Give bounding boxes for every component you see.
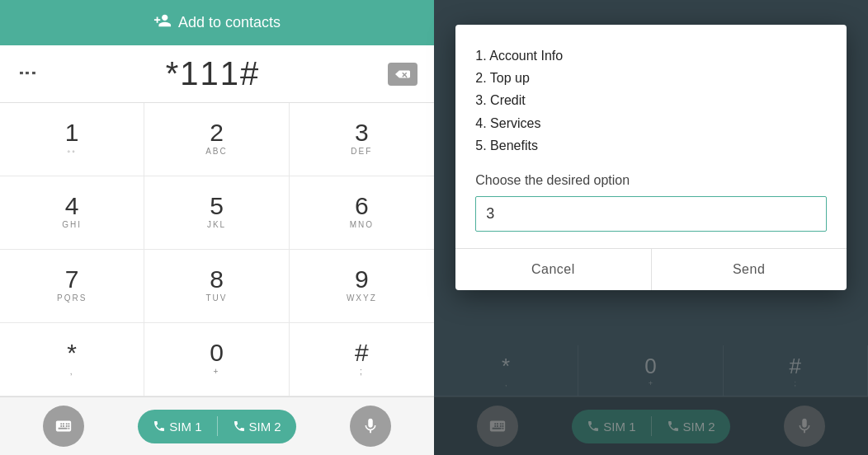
key-1[interactable]: 1 ◦◦ — [0, 103, 144, 176]
menu-item: 1. Account Info — [475, 45, 826, 67]
dialog-menu: 1. Account Info2. Top up3. Credit4. Serv… — [475, 45, 826, 157]
send-button[interactable]: Send — [652, 249, 847, 290]
add-contact-icon — [153, 12, 172, 34]
key-4[interactable]: 4 GHI — [0, 176, 144, 250]
key-hash[interactable]: # ; — [290, 323, 434, 396]
keypad: 1 ◦◦ 2 ABC 3 DEF 4 GHI 5 JKL 6 MNO 7 PQR… — [0, 103, 434, 396]
right-ussd-panel: * , 0 + # ; — [434, 0, 868, 455]
menu-item: 5. Benefits — [475, 134, 826, 157]
sim2-label: SIM 2 — [249, 420, 281, 434]
key-3[interactable]: 3 DEF — [290, 103, 434, 176]
key-0[interactable]: 0 + — [144, 323, 289, 396]
key-6[interactable]: 6 MNO — [290, 176, 434, 250]
choose-option-label: Choose the desired option — [475, 173, 826, 188]
dialog-content: 1. Account Info2. Top up3. Credit4. Serv… — [455, 25, 846, 248]
bottom-bar: SIM 1 SIM 2 — [0, 396, 434, 455]
option-input[interactable] — [475, 196, 826, 232]
sim1-label: SIM 1 — [169, 420, 201, 434]
dialog-overlay: 1. Account Info2. Top up3. Credit4. Serv… — [434, 0, 868, 455]
key-star[interactable]: * , — [0, 323, 144, 396]
sim-call-button[interactable]: SIM 1 SIM 2 — [138, 410, 295, 443]
key-9[interactable]: 9 WXYZ — [290, 250, 434, 323]
key-8[interactable]: 8 TUV — [144, 250, 289, 323]
cancel-button[interactable]: Cancel — [455, 249, 650, 290]
menu-dots[interactable]: ⋮ — [17, 64, 38, 83]
backspace-button[interactable] — [388, 63, 417, 86]
menu-item: 2. Top up — [475, 67, 826, 89]
dialog-actions: Cancel Send — [455, 248, 846, 290]
key-2[interactable]: 2 ABC — [144, 103, 289, 176]
sim2-call[interactable]: SIM 2 — [218, 410, 296, 443]
dialer-input-row: ⋮ *111# — [0, 45, 434, 103]
left-dialer-panel: Add to contacts ⋮ *111# 1 ◦◦ 2 ABC 3 DEF… — [0, 0, 434, 455]
sim1-call[interactable]: SIM 1 — [138, 410, 216, 443]
key-5[interactable]: 5 JKL — [144, 176, 289, 250]
mic-button[interactable] — [350, 406, 391, 447]
menu-item: 3. Credit — [475, 89, 826, 111]
add-to-contacts-button[interactable]: Add to contacts — [0, 0, 434, 45]
add-to-contacts-label: Add to contacts — [178, 14, 281, 31]
keyboard-button[interactable] — [43, 406, 84, 447]
dial-number-display: *111# — [166, 55, 261, 92]
ussd-dialog: 1. Account Info2. Top up3. Credit4. Serv… — [455, 25, 846, 290]
key-7[interactable]: 7 PQRS — [0, 250, 144, 323]
menu-item: 4. Services — [475, 112, 826, 134]
